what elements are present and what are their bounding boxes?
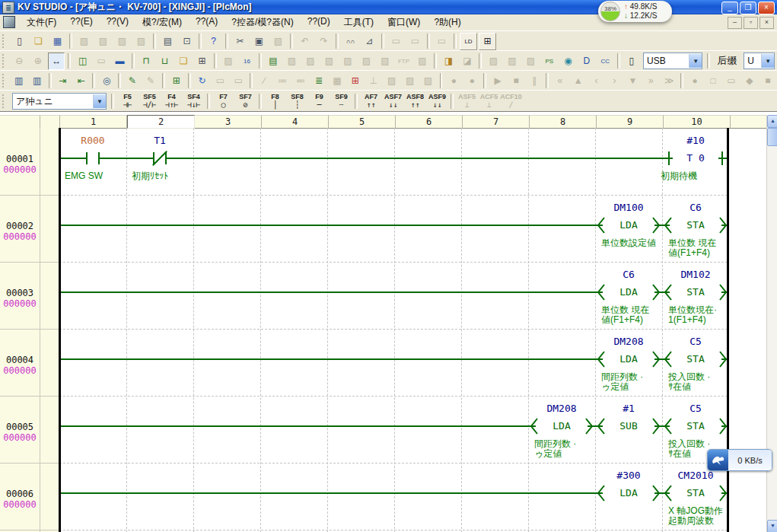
calendar-icon[interactable]: 16 [238,53,256,70]
tool-b-icon[interactable]: ◪ [459,53,476,70]
menu-item-1[interactable]: ??(E) [63,14,99,30]
chevron-down-icon[interactable]: ▼ [761,54,774,68]
export-icon[interactable]: ▨ [113,33,131,50]
scroll-thumb[interactable] [767,128,777,146]
jump-icon[interactable]: ≫ [661,72,677,90]
page-3-icon[interactable]: ▨ [420,72,437,90]
fnkey-asf5[interactable]: ASF5⊥ [457,92,477,110]
cut-icon[interactable]: ✂ [231,33,249,50]
list-1-icon[interactable]: ≔ [274,72,291,90]
column-header-1[interactable]: 1 [60,115,127,129]
fnkey-acf10[interactable]: ACF10∕ [501,92,521,110]
paste-icon[interactable]: ▧ [269,33,287,50]
device-3-icon[interactable]: ▨ [522,53,540,70]
transfer-7-icon[interactable]: ▨ [414,53,431,70]
fnkey-f8[interactable]: F8│ [265,92,285,110]
close-button[interactable]: × [758,2,775,14]
column-header-3[interactable]: 3 [195,115,262,129]
grid-1-icon[interactable]: ▦ [329,72,346,90]
column-header-10[interactable]: 10 [664,115,731,129]
tower-icon[interactable]: ⊥ [365,72,382,90]
menu-item-5[interactable]: ?控器/模?器(N) [225,14,300,30]
monitor-grid-icon[interactable]: ⊞ [168,72,185,90]
restore-button[interactable]: ❐ [740,2,756,14]
find-icon[interactable]: ∩∩ [342,33,359,50]
zoom-fit-icon[interactable]: ↔ [48,53,65,70]
select-b-icon[interactable]: ▭ [406,33,424,50]
step-forward-icon[interactable]: › [607,72,623,90]
fnkey-asf8[interactable]: ASF8↑↑ [405,92,425,110]
fnkey-sf4[interactable]: SF4⊣↓⊢ [183,92,204,110]
toolbar-grip[interactable] [2,54,7,68]
fast-forward-icon[interactable]: » [642,72,659,90]
scroll-down-button[interactable]: ▼ [767,520,777,532]
column-header-2[interactable]: 2 [127,115,195,129]
fnkey-f4[interactable]: F4⊣↑⊢ [161,92,182,110]
network-speed-widget[interactable]: 38% ↑ 49.8K/S ↓ 12.2K/S [598,1,672,22]
drop-icon[interactable]: ◆ [741,72,758,90]
output-window-icon[interactable]: ▬ [111,53,129,70]
save-icon[interactable]: ▦ [49,33,66,50]
column-header-6[interactable]: 6 [396,115,463,129]
rung-gutter-row[interactable]: 00002000000 [0,195,59,263]
step-back-icon[interactable]: ‹ [588,72,605,90]
toolbar-grip[interactable] [2,94,7,108]
cc-link-icon[interactable]: CC [597,53,614,70]
record-2-icon[interactable]: ● [463,72,480,90]
fnkey-sf9[interactable]: SF9┄ [331,92,352,110]
fnkey-f9[interactable]: F9─ [309,92,330,110]
new-icon[interactable]: ▯ [11,33,28,50]
watch-icon[interactable]: ▨ [220,53,237,70]
fnkey-f5[interactable]: F5⊣⊢ [117,92,138,110]
copy-icon[interactable]: ▣ [250,33,268,50]
fnkey-f7[interactable]: F7○ [213,92,234,110]
menu-item-6[interactable]: ??(D) [301,14,337,30]
chevron-down-icon[interactable]: ▼ [689,54,702,68]
transfer-6-icon[interactable]: ▨ [377,53,394,70]
rung-gutter-row[interactable]: 00001000000 [0,128,59,196]
column-header-7[interactable]: 7 [463,115,530,129]
block-icon[interactable]: ■ [759,72,776,90]
monitor-b-icon[interactable]: ▭ [230,72,247,90]
mdi-restore-button[interactable]: ▫ [744,17,758,29]
split-bottom-icon[interactable]: ⊔ [156,53,174,70]
pause-icon[interactable]: ∥ [526,72,543,90]
column-header-5[interactable]: 5 [329,115,396,129]
transfer-2-icon[interactable]: ▨ [302,53,320,70]
workspace-icon[interactable]: ▭ [93,53,110,70]
pc-set-icon[interactable]: ▭ [723,72,740,90]
redo-icon[interactable]: ↷ [315,33,333,50]
fnkey-asf9[interactable]: ASF9↓↓ [427,92,447,110]
rung-gutter-row[interactable]: 00005000000 [0,396,59,464]
page-2-icon[interactable]: ▨ [402,72,419,90]
fnkey-af7[interactable]: AF7↑↑ [361,92,381,110]
print-preview-icon[interactable]: ⊡ [178,33,196,50]
list-check-icon[interactable]: ≣ [310,72,327,90]
transfer-5-icon[interactable]: ▨ [358,53,375,70]
plc-rack-icon[interactable]: ▤ [265,53,282,70]
select-c-icon[interactable]: ▭ [433,33,451,50]
compare-icon[interactable]: ▨ [132,33,150,50]
print-icon[interactable]: ▤ [159,33,177,50]
editor-mode2-icon[interactable]: ✎ [142,72,159,90]
toolbar-grip[interactable] [2,74,7,88]
pc-keyboard-icon[interactable]: ▥ [11,72,27,90]
rung-gutter-row[interactable]: 00004000000 [0,329,59,397]
mdi-minimize-button[interactable]: – [728,17,742,29]
menu-item-0[interactable]: 文件(F) [20,14,63,30]
play-icon[interactable]: ▶ [489,72,506,90]
fnkey-sf8[interactable]: SF8┆ [287,92,307,110]
ftp-icon[interactable]: FTP [395,53,412,70]
device-combo[interactable]: ア狆ュニ ▼ [12,93,107,110]
fnkey-sf7[interactable]: SF7⊘ [235,92,256,110]
stop-icon[interactable]: ■ [508,72,524,90]
menu-item-2[interactable]: ??(V) [100,14,135,30]
output-box[interactable]: T 0 [673,151,718,164]
cdrom-icon[interactable]: ◉ [559,53,577,70]
rung-gutter-row[interactable]: 00003000000 [0,262,59,330]
menu-item-8[interactable]: 窗口(W) [381,14,427,30]
read-from-plc-icon[interactable]: ⇤ [72,72,89,90]
fnkey-asf7[interactable]: ASF7↓↓ [383,92,403,110]
comm-setup-icon[interactable]: ▯ [623,53,641,70]
zoom-out-icon[interactable]: ⊖ [11,53,28,70]
